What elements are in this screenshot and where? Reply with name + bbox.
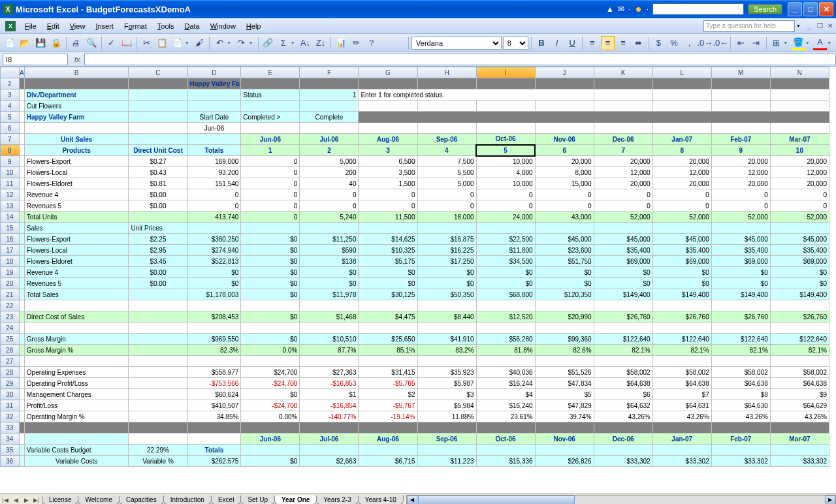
font-size-select[interactable]: 8 — [503, 37, 528, 50]
cell-K22[interactable] — [594, 300, 652, 311]
cell-D25[interactable]: $969,550 — [187, 334, 241, 345]
cell-D4[interactable] — [187, 101, 241, 112]
cell-M34[interactable]: Feb-07 — [711, 433, 770, 445]
cell-G4[interactable] — [359, 101, 417, 112]
cell-L3[interactable] — [652, 89, 711, 101]
cell-N3[interactable] — [770, 89, 829, 101]
cell-D23[interactable]: $208,453 — [187, 311, 241, 323]
cell-K25[interactable]: $122,640 — [594, 334, 652, 345]
cell-J29[interactable]: $47,834 — [535, 378, 594, 389]
cell-F18[interactable]: $138 — [300, 256, 359, 267]
sheet-tab-year-one[interactable]: Year One — [274, 496, 317, 505]
cell-J27[interactable] — [535, 356, 594, 367]
cell-A27[interactable] — [19, 356, 24, 367]
cell-N6[interactable] — [770, 123, 829, 134]
cell-F35[interactable] — [300, 445, 359, 456]
cell-E15[interactable] — [241, 223, 300, 234]
row-header-17[interactable]: 17 — [1, 245, 20, 256]
menu-window[interactable]: Window — [205, 20, 241, 32]
cell-I30[interactable]: $4 — [476, 389, 535, 400]
copy-icon[interactable]: 📋 — [155, 36, 170, 50]
cell-C7[interactable] — [129, 134, 187, 145]
col-header-B[interactable]: B — [24, 67, 129, 78]
cell-I12[interactable]: 0 — [476, 189, 535, 200]
cell-C21[interactable] — [129, 289, 187, 300]
cell-F8[interactable]: 2 — [300, 145, 359, 156]
cell-L14[interactable]: 52,000 — [652, 212, 711, 223]
col-header-A[interactable]: A — [19, 67, 24, 78]
research-icon[interactable]: 📖 — [120, 36, 134, 50]
cell-I11[interactable]: 10,000 — [476, 178, 535, 189]
menu-help[interactable]: Help — [241, 20, 266, 32]
cell-K35[interactable] — [594, 445, 652, 456]
cell-A11[interactable] — [19, 178, 24, 189]
cell-D27[interactable] — [187, 356, 241, 367]
cell-I24[interactable] — [476, 323, 535, 334]
cell-A21[interactable] — [19, 289, 24, 300]
cell-E26[interactable]: 0.0% — [241, 345, 300, 356]
currency-icon[interactable]: $ — [652, 36, 666, 50]
cell-M31[interactable]: $64,630 — [711, 400, 770, 411]
cell-H13[interactable]: 0 — [417, 200, 476, 212]
cell-M20[interactable]: $0 — [711, 278, 770, 289]
cell-K4[interactable] — [594, 101, 652, 112]
cell-J11[interactable]: 15,000 — [535, 178, 594, 189]
cell-B3[interactable]: Div./Department — [24, 89, 129, 101]
cell-N23[interactable]: $26,760 — [770, 311, 829, 323]
cell-J13[interactable]: 0 — [535, 200, 594, 212]
italic-icon[interactable]: I — [550, 36, 564, 50]
format-painter-icon[interactable]: 🖌 — [193, 36, 207, 50]
cell-C2[interactable] — [129, 78, 187, 89]
cell-H6[interactable] — [417, 123, 476, 134]
align-right-icon[interactable]: ≡ — [616, 36, 630, 50]
cell-N25[interactable]: $122,640 — [770, 334, 829, 345]
cell-D24[interactable] — [187, 323, 241, 334]
cell-N20[interactable]: $0 — [770, 278, 829, 289]
cell-G16[interactable]: $14,625 — [359, 234, 417, 245]
doc-minimize-button[interactable]: _ — [805, 22, 814, 31]
sort-desc-icon[interactable]: Z↓ — [314, 36, 328, 50]
row-header-18[interactable]: 18 — [1, 256, 20, 267]
cell-H16[interactable]: $16,875 — [417, 234, 476, 245]
chart-icon[interactable]: 📊 — [334, 36, 348, 50]
cell-A30[interactable] — [19, 389, 24, 400]
cell-E19[interactable]: $0 — [241, 267, 300, 278]
cell-N30[interactable]: $9 — [770, 389, 829, 400]
cell-B23[interactable]: Direct Cost of Sales — [24, 311, 129, 323]
col-header-J[interactable]: J — [535, 67, 594, 78]
cell-N16[interactable]: $45,000 — [770, 234, 829, 245]
cell-K15[interactable] — [594, 223, 652, 234]
col-header-I[interactable]: I — [476, 67, 535, 78]
row-header-15[interactable]: 15 — [1, 223, 20, 234]
row-header-8[interactable]: 8 — [1, 145, 20, 156]
cell-K24[interactable] — [594, 323, 652, 334]
cell-B21[interactable]: Total Sales — [24, 289, 129, 300]
cell-N2[interactable] — [770, 78, 829, 89]
cell-K27[interactable] — [594, 356, 652, 367]
increase-indent-icon[interactable]: ⇥ — [749, 36, 764, 50]
cell-E4[interactable] — [241, 101, 300, 112]
cell-F11[interactable]: 40 — [300, 178, 359, 189]
sheet-tab-years-2-3[interactable]: Years 2-3 — [316, 496, 358, 505]
cell-G24[interactable] — [359, 323, 417, 334]
cell-C18[interactable]: $3.45 — [129, 256, 187, 267]
font-name-select[interactable]: Verdana — [411, 37, 502, 50]
cell-J36[interactable]: $26,826 — [535, 456, 594, 467]
cell-L11[interactable]: 20,000 — [652, 178, 711, 189]
cell-J26[interactable]: 82.6% — [535, 345, 594, 356]
cell-B14[interactable]: Total Units — [24, 212, 129, 223]
cell-M11[interactable]: 20,000 — [711, 178, 770, 189]
row-header-2[interactable]: 2 — [1, 78, 20, 89]
cell-B13[interactable]: Revenues 5 — [24, 200, 129, 212]
cell-M7[interactable]: Feb-07 — [711, 134, 770, 145]
cell-N12[interactable]: 0 — [770, 189, 829, 200]
cell-D16[interactable]: $380,250 — [187, 234, 241, 245]
scroll-thumb[interactable] — [418, 496, 575, 505]
cell-E31[interactable]: -$24,700 — [241, 400, 300, 411]
cell-F27[interactable] — [300, 356, 359, 367]
cell-K7[interactable]: Dec-06 — [594, 134, 652, 145]
cell-K8[interactable]: 7 — [594, 145, 652, 156]
cell-F6[interactable] — [300, 123, 359, 134]
cell-I6[interactable] — [476, 123, 535, 134]
cell-A33[interactable] — [19, 422, 24, 433]
